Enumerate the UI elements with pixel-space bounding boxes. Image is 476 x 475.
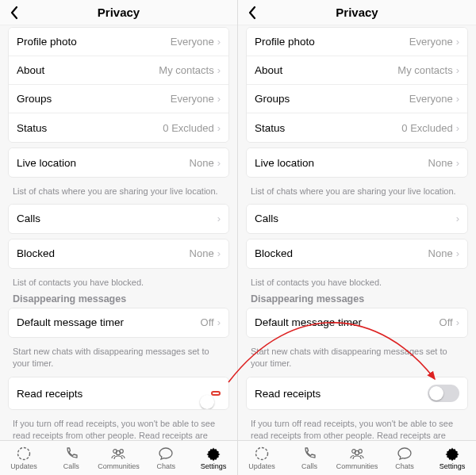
row-label: Live location: [255, 157, 428, 169]
footnote-disappearing: Start new chats with disappearing messag…: [238, 343, 476, 371]
back-button[interactable]: [5, 0, 24, 25]
row-label: About: [255, 64, 397, 76]
row-calls[interactable]: Calls ›: [247, 205, 467, 233]
tab-label: Updates: [10, 462, 37, 470]
communities-icon: [348, 446, 366, 462]
row-blocked[interactable]: Blocked None ›: [9, 239, 228, 268]
tab-communities[interactable]: Communities: [95, 441, 143, 475]
svg-point-5: [256, 448, 268, 460]
chevron-left-icon: [248, 6, 257, 20]
row-calls[interactable]: Calls ›: [9, 205, 228, 233]
row-label: About: [17, 64, 159, 76]
row-value: My contacts: [397, 64, 452, 76]
communities-icon: [109, 446, 127, 462]
chevron-right-icon: ›: [217, 157, 221, 169]
row-value: Everyone: [409, 36, 453, 48]
row-label: Default message timer: [17, 316, 201, 328]
row-value: None: [428, 247, 453, 259]
updates-icon: [254, 446, 270, 462]
row-value: My contacts: [159, 64, 213, 76]
row-groups[interactable]: Groups Everyone ›: [247, 85, 467, 113]
row-label: Blocked: [17, 247, 190, 259]
row-value: None: [190, 247, 214, 259]
svg-point-0: [17, 448, 29, 460]
content: Profile photo Everyone › About My contac…: [238, 25, 476, 475]
tab-bar: Updates Calls Communities Chats Settings: [238, 440, 476, 475]
chevron-right-icon: ›: [456, 157, 459, 169]
page-title: Privacy: [98, 6, 140, 19]
chevron-right-icon: ›: [456, 247, 459, 259]
svg-point-3: [117, 450, 121, 454]
tab-updates[interactable]: Updates: [238, 441, 286, 475]
tab-chats[interactable]: Chats: [142, 441, 190, 475]
pane-before: Privacy Profile photo Everyone › About M…: [0, 0, 238, 475]
tab-label: Calls: [301, 462, 317, 470]
chevron-right-icon: ›: [456, 93, 459, 105]
row-default-timer[interactable]: Default message timer Off ›: [247, 308, 467, 337]
chevron-left-icon: [10, 6, 19, 20]
footnote-disappearing: Start new chats with disappearing messag…: [0, 343, 237, 371]
row-read-receipts[interactable]: Read receipts: [9, 377, 228, 409]
tab-label: Chats: [157, 462, 176, 470]
footnote-live-location: List of chats where you are sharing your…: [0, 182, 237, 199]
row-blocked[interactable]: Blocked None ›: [247, 239, 467, 268]
row-label: Profile photo: [17, 36, 171, 48]
tab-settings[interactable]: Settings: [428, 441, 476, 475]
tab-settings[interactable]: Settings: [190, 441, 237, 475]
row-value: Off: [440, 316, 453, 328]
chevron-right-icon: ›: [217, 93, 221, 105]
row-about[interactable]: About My contacts ›: [9, 56, 228, 85]
tab-label: Updates: [248, 462, 275, 470]
row-value: None: [190, 157, 214, 169]
page-title: Privacy: [336, 6, 378, 19]
back-button[interactable]: [243, 0, 262, 25]
header: Privacy: [0, 0, 237, 25]
header: Privacy: [238, 0, 476, 25]
row-profile-photo[interactable]: Profile photo Everyone ›: [247, 28, 467, 56]
tab-communities[interactable]: Communities: [333, 441, 381, 475]
tab-chats[interactable]: Chats: [381, 441, 428, 475]
chevron-right-icon: ›: [217, 64, 221, 76]
chevron-right-icon: ›: [456, 213, 459, 224]
row-default-timer[interactable]: Default message timer Off ›: [9, 308, 228, 337]
chevron-right-icon: ›: [217, 247, 221, 259]
row-label: Calls: [17, 213, 214, 224]
row-status[interactable]: Status 0 Excluded ›: [9, 113, 228, 142]
row-status[interactable]: Status 0 Excluded ›: [247, 113, 467, 142]
row-value: 0 Excluded: [401, 122, 452, 134]
row-label: Read receipts: [17, 388, 211, 400]
pane-after: Privacy Profile photo Everyone › About M…: [238, 0, 476, 475]
chevron-right-icon: ›: [456, 316, 459, 328]
row-value: Off: [201, 316, 214, 328]
settings-icon: [444, 446, 460, 462]
tab-calls[interactable]: Calls: [48, 441, 95, 475]
row-live-location[interactable]: Live location None ›: [9, 148, 228, 177]
tab-label: Settings: [440, 462, 466, 470]
row-value: Everyone: [171, 36, 214, 48]
row-live-location[interactable]: Live location None ›: [247, 148, 467, 177]
calls-icon: [301, 446, 317, 462]
row-profile-photo[interactable]: Profile photo Everyone ›: [9, 28, 228, 56]
chevron-right-icon: ›: [217, 213, 221, 224]
tab-label: Communities: [336, 462, 378, 470]
row-label: Groups: [17, 93, 171, 105]
content: Profile photo Everyone › About My contac…: [0, 25, 237, 475]
row-read-receipts[interactable]: Read receipts: [247, 377, 467, 409]
calls-icon: [63, 446, 79, 462]
row-label: Calls: [255, 213, 453, 224]
highlight-box: [211, 391, 221, 396]
row-groups[interactable]: Groups Everyone ›: [9, 85, 228, 113]
chevron-right-icon: ›: [456, 122, 459, 134]
row-label: Blocked: [255, 247, 428, 259]
section-disappearing: Disappearing messages: [0, 290, 237, 305]
footnote-blocked: List of contacts you have blocked.: [238, 274, 476, 290]
footnote-live-location: List of chats where you are sharing your…: [238, 182, 476, 199]
row-value: None: [428, 157, 453, 169]
read-receipts-toggle[interactable]: [428, 385, 459, 402]
chevron-right-icon: ›: [456, 36, 459, 48]
tab-updates[interactable]: Updates: [0, 441, 48, 475]
row-about[interactable]: About My contacts ›: [247, 56, 467, 85]
tab-label: Settings: [201, 462, 227, 470]
chevron-right-icon: ›: [217, 36, 221, 48]
tab-calls[interactable]: Calls: [286, 441, 333, 475]
